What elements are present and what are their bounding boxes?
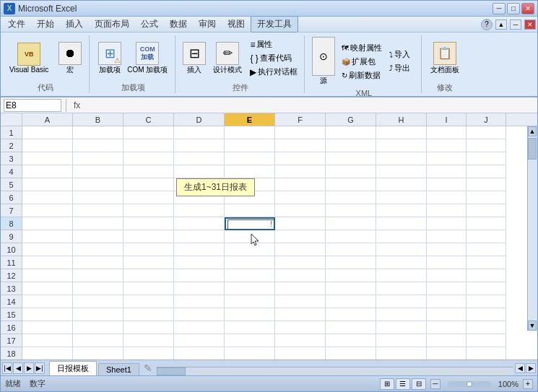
cell-a3[interactable] xyxy=(22,152,73,165)
row-4-num[interactable]: 4 xyxy=(1,165,22,178)
cell-j11[interactable] xyxy=(467,256,506,269)
cell-i11[interactable] xyxy=(427,256,467,269)
zoom-slider[interactable] xyxy=(448,381,491,387)
cell-a8[interactable] xyxy=(22,217,73,230)
cell-g3[interactable] xyxy=(326,152,376,165)
cell-h10[interactable] xyxy=(376,243,427,256)
cell-g16[interactable] xyxy=(326,321,376,334)
cell-c12[interactable] xyxy=(123,269,174,282)
cell-d16[interactable] xyxy=(174,321,225,334)
cell-h11[interactable] xyxy=(376,256,427,269)
cell-h3[interactable] xyxy=(376,152,427,165)
cell-c6[interactable] xyxy=(123,191,174,204)
export-btn[interactable]: ⤴导出 xyxy=(387,62,412,74)
cell-c13[interactable] xyxy=(123,282,174,295)
cell-f17[interactable] xyxy=(275,334,326,347)
cell-b9[interactable] xyxy=(73,230,123,243)
cell-i16[interactable] xyxy=(427,321,467,334)
cell-b6[interactable] xyxy=(73,191,123,204)
cell-c8[interactable] xyxy=(123,217,174,230)
cell-a1[interactable] xyxy=(22,126,73,139)
cell-j6[interactable] xyxy=(467,191,506,204)
sheet-nav-prev[interactable]: ◀ xyxy=(13,362,23,374)
cell-f7[interactable] xyxy=(275,204,326,217)
cell-f2[interactable] xyxy=(275,139,326,152)
cell-j9[interactable] xyxy=(467,230,506,243)
cell-g11[interactable] xyxy=(326,256,376,269)
cell-f6[interactable] xyxy=(275,191,326,204)
cell-j10[interactable] xyxy=(467,243,506,256)
sheet-tab-sheet1[interactable]: Sheet1 xyxy=(98,363,139,375)
cell-d17[interactable] xyxy=(174,334,225,347)
row-18-num[interactable]: 18 xyxy=(1,347,22,360)
row-3-num[interactable]: 3 xyxy=(1,152,22,165)
cell-f1[interactable] xyxy=(275,126,326,139)
cell-g6[interactable] xyxy=(326,191,376,204)
cell-b8[interactable] xyxy=(73,217,123,230)
page-layout-btn[interactable]: ☰ xyxy=(396,378,410,390)
zoom-out-btn[interactable]: ─ xyxy=(430,379,441,389)
close-btn[interactable]: ✕ xyxy=(521,3,534,14)
cell-a6[interactable] xyxy=(22,191,73,204)
cell-b10[interactable] xyxy=(73,243,123,256)
cell-j8[interactable] xyxy=(467,217,506,230)
cell-h12[interactable] xyxy=(376,269,427,282)
cell-f5[interactable] xyxy=(275,178,326,191)
row-5-num[interactable]: 5 xyxy=(1,178,22,191)
run-dialog-btn[interactable]: ▶执行对话框 xyxy=(248,66,300,78)
vertical-scrollbar[interactable]: ▲ ▼ xyxy=(527,126,537,331)
cell-d14[interactable] xyxy=(174,295,225,308)
cell-g8[interactable] xyxy=(326,217,376,230)
row-6-num[interactable]: 6 xyxy=(1,191,22,204)
page-break-btn[interactable]: ⊟ xyxy=(412,378,426,390)
cell-b11[interactable] xyxy=(73,256,123,269)
cell-j16[interactable] xyxy=(467,321,506,334)
cell-a11[interactable] xyxy=(22,256,73,269)
cell-j4[interactable] xyxy=(467,165,506,178)
cell-e4[interactable] xyxy=(225,165,275,178)
cell-e8-active[interactable]: ! xyxy=(225,217,275,230)
cell-e12[interactable] xyxy=(225,269,275,282)
cell-i13[interactable] xyxy=(427,282,467,295)
cell-h8[interactable] xyxy=(376,217,427,230)
cell-i4[interactable] xyxy=(427,165,467,178)
h-scroll-thumb[interactable] xyxy=(157,367,186,375)
row-13-num[interactable]: 13 xyxy=(1,282,22,295)
cell-e15[interactable] xyxy=(225,308,275,321)
cell-b7[interactable] xyxy=(73,204,123,217)
visual-basic-btn[interactable]: VB Visual Basic xyxy=(6,41,51,75)
cell-c14[interactable] xyxy=(123,295,174,308)
cell-a10[interactable] xyxy=(22,243,73,256)
cell-i7[interactable] xyxy=(427,204,467,217)
cell-a15[interactable] xyxy=(22,308,73,321)
cell-f8[interactable] xyxy=(275,217,326,230)
row-12-num[interactable]: 12 xyxy=(1,269,22,282)
cell-i1[interactable] xyxy=(427,126,467,139)
row-9-num[interactable]: 9 xyxy=(1,230,22,243)
cell-e13[interactable] xyxy=(225,282,275,295)
addins-btn[interactable]: ⊞ ⚠ 加载项 xyxy=(97,40,123,77)
row-1-num[interactable]: 1 xyxy=(1,126,22,139)
com-addins-btn[interactable]: COM加载 COM 加载项 xyxy=(126,40,169,77)
cell-g13[interactable] xyxy=(326,282,376,295)
row-2-num[interactable]: 2 xyxy=(1,139,22,152)
cell-h17[interactable] xyxy=(376,334,427,347)
cell-e14[interactable] xyxy=(225,295,275,308)
cell-h15[interactable] xyxy=(376,308,427,321)
cell-e11[interactable] xyxy=(225,256,275,269)
horizontal-scrollbar[interactable] xyxy=(157,367,513,375)
cell-e1[interactable] xyxy=(225,126,275,139)
cell-j1[interactable] xyxy=(467,126,506,139)
refresh-data-btn[interactable]: ↻刷新数据 xyxy=(339,69,384,82)
cell-e7[interactable] xyxy=(225,204,275,217)
col-header-f[interactable]: F xyxy=(275,113,326,126)
cell-i6[interactable] xyxy=(427,191,467,204)
menu-home[interactable]: 开始 xyxy=(31,17,60,32)
cell-i9[interactable] xyxy=(427,230,467,243)
row-17-num[interactable]: 17 xyxy=(1,334,22,347)
restore-btn[interactable]: □ xyxy=(507,3,520,14)
cell-d12[interactable] xyxy=(174,269,225,282)
cell-f14[interactable] xyxy=(275,295,326,308)
cell-g2[interactable] xyxy=(326,139,376,152)
cell-a9[interactable] xyxy=(22,230,73,243)
